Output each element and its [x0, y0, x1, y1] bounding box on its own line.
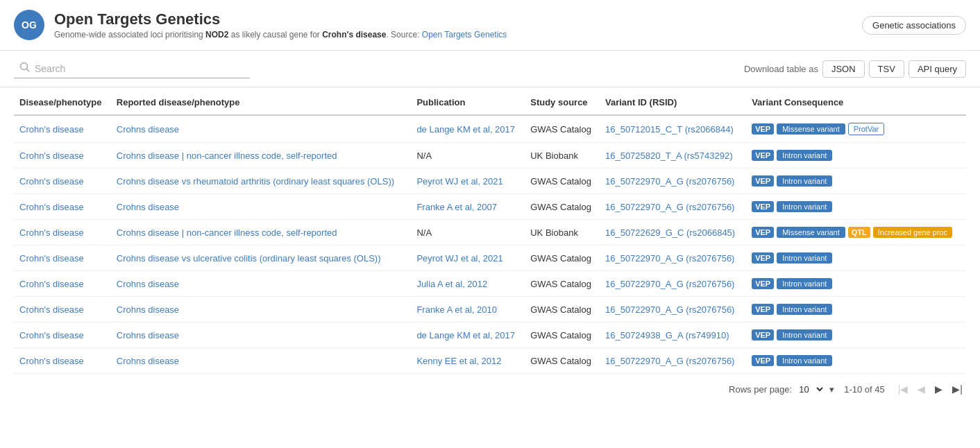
source-link[interactable]: Open Targets Genetics	[422, 30, 507, 40]
vep-badge: VEP	[752, 355, 774, 366]
disease-link[interactable]: Crohn's disease	[19, 253, 84, 264]
table-row: Crohn's diseaseCrohns diseaseJulia A et …	[14, 271, 966, 297]
publication-link[interactable]: Franke A et al, 2010	[416, 304, 497, 315]
variant-id-link[interactable]: 16_50722970_A_G (rs2076756)	[605, 304, 734, 315]
subtitle-gene: NOD2	[205, 30, 228, 40]
consequence-badge: Intron variant	[777, 304, 832, 315]
col-reported: Reported disease/phenotype	[111, 87, 412, 115]
table-row: Crohn's diseaseCrohns diseasede Lange KM…	[14, 115, 966, 143]
study-source: GWAS Catalog	[525, 169, 600, 194]
disease-link[interactable]: Crohn's disease	[19, 227, 84, 238]
reported-disease-link[interactable]: Crohns disease	[117, 356, 179, 366]
publication-link[interactable]: de Lange KM et al, 2017	[416, 124, 515, 135]
vep-badge: VEP	[752, 252, 774, 264]
publication-link[interactable]: Julia A et al, 2012	[416, 279, 487, 289]
variant-id-link[interactable]: 16_50724938_G_A (rs749910)	[605, 330, 729, 341]
reported-disease-link[interactable]: Crohns disease vs ulcerative colitis (or…	[117, 253, 381, 264]
study-source: GWAS Catalog	[525, 115, 600, 143]
vep-badge: VEP	[752, 304, 774, 315]
table-header-row: Disease/phenotype Reported disease/pheno…	[14, 87, 966, 115]
subtitle-source-prefix: . Source:	[386, 30, 421, 40]
variant-id-link[interactable]: 16_50722970_A_G (rs2076756)	[605, 279, 734, 289]
reported-disease-link[interactable]: Crohns disease	[117, 279, 179, 289]
rows-per-page-select[interactable]: 10 25 50 100	[796, 384, 825, 395]
variant-id-link[interactable]: 16_50722970_A_G (rs2076756)	[605, 253, 734, 264]
table-row: Crohn's diseaseCrohns diseaseFranke A et…	[14, 194, 966, 220]
search-input[interactable]	[35, 63, 244, 74]
reported-disease-link[interactable]: Crohns disease	[117, 304, 179, 315]
subtitle-prefix: Genome-wide associated loci prioritising	[54, 30, 205, 40]
disease-link[interactable]: Crohn's disease	[19, 279, 84, 289]
vep-badge: VEP	[752, 123, 774, 135]
publication-link[interactable]: Peyrot WJ et al, 2021	[416, 176, 502, 187]
publication-na: N/A	[411, 143, 525, 169]
last-page-button[interactable]: ▶|	[949, 382, 966, 396]
app-logo: OG	[14, 10, 44, 40]
search-wrapper	[14, 59, 250, 78]
disease-link[interactable]: Crohn's disease	[19, 150, 84, 161]
disease-link[interactable]: Crohn's disease	[19, 356, 84, 366]
variant-id-link[interactable]: 16_50722629_G_C (rs2066845)	[605, 227, 735, 238]
badge-row: VEPIntron variant	[752, 150, 961, 161]
table-row: Crohn's diseaseCrohns disease vs rheumat…	[14, 169, 966, 194]
badge-row: VEPIntron variant	[752, 278, 961, 289]
variant-id-link[interactable]: 16_50722970_A_G (rs2076756)	[605, 202, 734, 212]
download-area: Download table as JSON TSV API query	[744, 60, 966, 78]
disease-link[interactable]: Crohn's disease	[19, 202, 84, 212]
disease-link[interactable]: Crohn's disease	[19, 304, 84, 315]
publication-link[interactable]: Peyrot WJ et al, 2021	[416, 253, 502, 264]
reported-disease-link[interactable]: Crohns disease	[117, 124, 179, 135]
header: OG Open Targets Genetics Genome-wide ass…	[0, 0, 980, 51]
pagination-info: 1-10 of 45	[844, 384, 885, 395]
table-row: Crohn's diseaseCrohns disease vs ulcerat…	[14, 245, 966, 271]
publication-na: N/A	[411, 220, 525, 245]
disease-link[interactable]: Crohn's disease	[19, 124, 84, 135]
publication-link[interactable]: de Lange KM et al, 2017	[416, 330, 515, 341]
variant-id-link[interactable]: 16_50722970_A_G (rs2076756)	[605, 356, 734, 366]
badge-row: VEPIntron variant	[752, 329, 961, 341]
tsv-button[interactable]: TSV	[869, 60, 904, 78]
search-icon	[19, 62, 31, 75]
consequence-badge: Intron variant	[777, 150, 832, 161]
vep-badge: VEP	[752, 278, 774, 289]
disease-link[interactable]: Crohn's disease	[19, 330, 84, 341]
consequence-badge: Intron variant	[777, 175, 832, 187]
protvar-badge: ProtVar	[848, 123, 884, 135]
study-source: GWAS Catalog	[525, 245, 600, 271]
table-row: Crohn's diseaseCrohns diseasede Lange KM…	[14, 322, 966, 348]
results-table: Disease/phenotype Reported disease/pheno…	[14, 87, 966, 374]
reported-disease-link[interactable]: Crohns disease	[117, 202, 179, 212]
badge-row: VEPIntron variant	[752, 304, 961, 315]
prev-page-button[interactable]: ◀	[914, 382, 929, 396]
json-button[interactable]: JSON	[822, 60, 865, 78]
variant-id-link[interactable]: 16_50722970_A_G (rs2076756)	[605, 176, 734, 187]
header-title-area: Open Targets Genetics Genome-wide associ…	[54, 10, 862, 40]
rows-per-page-label: Rows per page:	[729, 384, 792, 395]
consequence-badge: Missense variant	[777, 123, 845, 135]
reported-disease-link[interactable]: Crohns disease | non-cancer illness code…	[117, 227, 337, 238]
svg-line-1	[27, 69, 30, 72]
publication-link[interactable]: Franke A et al, 2007	[416, 202, 497, 212]
app-subtitle: Genome-wide associated loci prioritising…	[54, 30, 862, 40]
publication-link[interactable]: Kenny EE et al, 2012	[416, 356, 501, 366]
reported-disease-link[interactable]: Crohns disease vs rheumatoid arthritis (…	[117, 176, 394, 187]
variant-id-link[interactable]: 16_50725820_T_A (rs5743292)	[605, 150, 733, 161]
genetic-associations-button[interactable]: Genetic associations	[862, 16, 966, 35]
api-query-button[interactable]: API query	[909, 60, 966, 78]
reported-disease-link[interactable]: Crohns disease | non-cancer illness code…	[117, 150, 337, 161]
badge-row: VEPIntron variant	[752, 252, 961, 264]
reported-disease-link[interactable]: Crohns disease	[117, 330, 179, 341]
first-page-button[interactable]: |◀	[895, 382, 912, 396]
next-page-button[interactable]: ▶	[931, 382, 946, 396]
consequence-badge: Missense variant	[777, 227, 845, 238]
col-publication: Publication	[411, 87, 525, 115]
variant-id-link[interactable]: 16_50712015_C_T (rs2066844)	[605, 124, 734, 135]
qtl-badge: QTL	[848, 227, 870, 238]
disease-link[interactable]: Crohn's disease	[19, 176, 84, 187]
dropdown-icon: ▾	[829, 384, 834, 395]
pagination-controls: |◀ ◀ ▶ ▶|	[895, 382, 966, 396]
rows-per-page: Rows per page: 10 25 50 100 ▾	[729, 384, 834, 395]
badge-row: VEPMissense variantProtVar	[752, 123, 961, 135]
study-source: GWAS Catalog	[525, 322, 600, 348]
col-variant-consequence: Variant Consequence	[746, 87, 966, 115]
